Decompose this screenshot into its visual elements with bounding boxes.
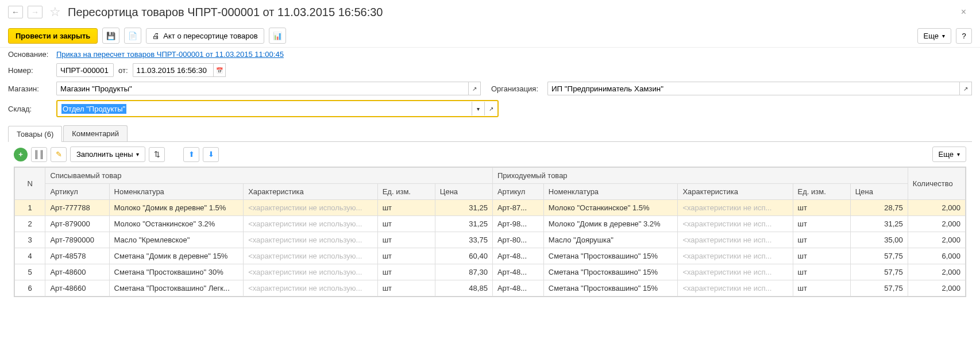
warehouse-row: Склад: Отдел "Продукты" ▾ ↗: [0, 98, 980, 120]
close-icon[interactable]: ×: [955, 7, 972, 17]
col-nomenclature2[interactable]: Номенклатура: [543, 184, 678, 200]
org-input[interactable]: [547, 82, 959, 95]
cell-unit: шт: [377, 264, 435, 280]
pencil-icon: ✎: [56, 150, 62, 159]
number-input[interactable]: [56, 63, 114, 77]
cell-nomenclature2: Сметана "Простоквашино" 15%: [543, 280, 678, 296]
tab-goods[interactable]: Товары (6): [8, 126, 62, 142]
submit-close-button[interactable]: Провести и закрыть: [8, 28, 98, 44]
store-input[interactable]: [56, 82, 468, 95]
edit-button[interactable]: ✎: [51, 147, 67, 162]
back-button[interactable]: ←: [8, 6, 23, 18]
col-unit[interactable]: Ед. изм.: [377, 184, 435, 200]
move-down-button[interactable]: ⬇: [203, 147, 219, 162]
goods-grid: N Списываемый товар Приходуемый товар Ко…: [14, 167, 966, 297]
open-icon: ↗: [963, 86, 968, 92]
cell-article: Арт-48600: [45, 264, 109, 280]
warehouse-label: Склад:: [8, 105, 52, 113]
table-row[interactable]: 2Арт-879000Молоко "Останкинское" 3.2%<ха…: [15, 216, 966, 232]
col-characteristic2[interactable]: Характеристика: [678, 184, 793, 200]
cell-article: Арт-879000: [45, 216, 109, 232]
cell-qty: 2,000: [908, 280, 965, 296]
cell-price: 31,25: [435, 216, 492, 232]
table-row[interactable]: 6Арт-48660Сметана "Простоквашино" Легк..…: [15, 280, 966, 296]
table-row[interactable]: 1Арт-777788Молоко "Домик в деревне" 1.5%…: [15, 200, 966, 216]
more-button[interactable]: Еще: [917, 28, 951, 44]
save-button[interactable]: 💾: [102, 28, 119, 44]
cell-article2: Арт-80...: [492, 232, 543, 248]
table-row[interactable]: 5Арт-48600Сметана "Простоквашино" 30%<ха…: [15, 264, 966, 280]
table-row[interactable]: 4Арт-48578Сметана "Домик в деревне" 15%<…: [15, 248, 966, 264]
barcode-button[interactable]: ║║: [31, 147, 47, 162]
help-button[interactable]: ?: [956, 28, 972, 44]
favorite-star-icon[interactable]: ☆: [49, 5, 61, 20]
open-icon: ↗: [472, 86, 477, 92]
header-row-1: N Списываемый товар Приходуемый товар Ко…: [15, 168, 966, 184]
store-open-button[interactable]: ↗: [468, 82, 481, 95]
date-input[interactable]: [133, 63, 213, 77]
cell-nomenclature2: Молоко "Домик в деревне" 3.2%: [543, 216, 678, 232]
cell-n: 4: [15, 248, 45, 264]
cell-nomenclature2: Сметана "Простоквашино" 15%: [543, 264, 678, 280]
warehouse-dropdown-button[interactable]: ▾: [472, 102, 484, 115]
cell-unit: шт: [377, 216, 435, 232]
cell-qty: 2,000: [908, 200, 965, 216]
cell-unit: шт: [377, 280, 435, 296]
main-toolbar: Провести и закрыть 💾 📄 🖨Акт о пересортиц…: [0, 24, 980, 48]
basis-link[interactable]: Приказ на пересчет товаров ЧПРТ-000001 о…: [56, 50, 284, 59]
col-group-income[interactable]: Приходуемый товар: [492, 168, 908, 184]
table-more-button[interactable]: Еще: [932, 147, 966, 162]
report-button[interactable]: 📊: [269, 28, 286, 44]
tab-comment[interactable]: Комментарий: [63, 125, 128, 141]
cell-price: 31,25: [435, 200, 492, 216]
calendar-button[interactable]: 📅: [213, 63, 226, 77]
col-qty[interactable]: Количество: [908, 168, 965, 200]
cell-characteristic2: <характеристики не исп...: [678, 264, 793, 280]
col-characteristic[interactable]: Характеристика: [244, 184, 378, 200]
col-group-writeoff[interactable]: Списываемый товар: [45, 168, 493, 184]
cell-nomenclature2: Молоко "Останкинское" 1.5%: [543, 200, 678, 216]
warehouse-input[interactable]: Отдел "Продукты": [58, 102, 472, 115]
cell-nomenclature: Сметана "Простоквашино" Легк...: [109, 280, 244, 296]
cell-article: Арт-48660: [45, 280, 109, 296]
fill-prices-button[interactable]: Заполнить цены: [70, 147, 145, 162]
cell-qty: 2,000: [908, 216, 965, 232]
basis-label: Основание:: [8, 50, 52, 59]
col-price[interactable]: Цена: [435, 184, 492, 200]
table-toolbar: + ║║ ✎ Заполнить цены ⇅ ⬆ ⬇ Еще: [0, 142, 980, 167]
cell-nomenclature: Сметана "Домик в деревне" 15%: [109, 248, 244, 264]
printer-icon: 🖨: [152, 32, 160, 40]
col-n[interactable]: N: [15, 168, 45, 200]
warehouse-open-button[interactable]: ↗: [484, 102, 497, 115]
cell-price2: 57,75: [850, 264, 908, 280]
org-label: Организация:: [491, 84, 543, 93]
org-open-button[interactable]: ↗: [959, 82, 972, 95]
cell-article: Арт-777788: [45, 200, 109, 216]
cell-article2: Арт-98...: [492, 216, 543, 232]
number-label: Номер:: [8, 66, 52, 75]
post-button[interactable]: 📄: [124, 28, 141, 44]
add-row-button[interactable]: +: [14, 148, 28, 161]
page-title: Пересортица товаров ЧПРТ-000001 от 11.03…: [68, 6, 383, 19]
store-label: Магазин:: [8, 84, 52, 93]
open-icon: ↗: [489, 106, 493, 112]
act-report-button[interactable]: 🖨Акт о пересортице товаров: [146, 28, 264, 44]
col-article2[interactable]: Артикул: [492, 184, 543, 200]
col-nomenclature[interactable]: Номенклатура: [109, 184, 244, 200]
cell-nomenclature: Сметана "Простоквашино" 30%: [109, 264, 244, 280]
col-unit2[interactable]: Ед. изм.: [793, 184, 850, 200]
cell-n: 5: [15, 264, 45, 280]
move-up-button[interactable]: ⬆: [183, 147, 199, 162]
cell-n: 3: [15, 232, 45, 248]
cell-article: Арт-48578: [45, 248, 109, 264]
expand-button[interactable]: ⇅: [149, 147, 165, 162]
document-check-icon: 📄: [128, 32, 137, 40]
forward-button[interactable]: →: [28, 6, 43, 18]
col-article[interactable]: Артикул: [45, 184, 109, 200]
cell-characteristic2: <характеристики не исп...: [678, 200, 793, 216]
header-row-2: Артикул Номенклатура Характеристика Ед. …: [15, 184, 966, 200]
table-row[interactable]: 3Арт-7890000Масло "Кремлевское"<характер…: [15, 232, 966, 248]
cell-characteristic: <характеристики не использую...: [244, 216, 378, 232]
col-price2[interactable]: Цена: [850, 184, 908, 200]
cell-unit: шт: [377, 200, 435, 216]
